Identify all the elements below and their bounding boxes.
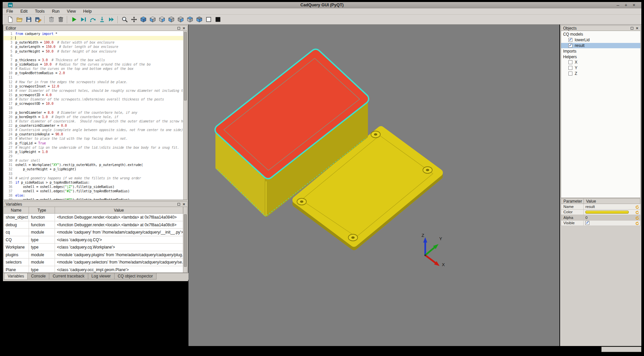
open-file-icon	[16, 16, 23, 23]
step-over-button[interactable]	[88, 15, 97, 24]
variables-scrollbar[interactable]	[183, 207, 187, 272]
tab-cq-object-inspector[interactable]: CQ object inspector	[114, 273, 157, 279]
tree-group-cq-models[interactable]: CQ models	[561, 32, 640, 37]
line-content: p_outerLength = 150.0 # Outer length of …	[15, 45, 118, 49]
reset-name-button[interactable]	[635, 205, 639, 209]
run-script-button[interactable]	[69, 15, 79, 24]
line-content: p_lipHeight = 1.0	[15, 150, 48, 154]
screw-boss-bottom[interactable]	[348, 234, 358, 241]
checkbox-result[interactable]	[568, 44, 572, 48]
view-front-button[interactable]	[148, 15, 157, 24]
table-row[interactable]: debugfunction<function Debugger.render.<…	[4, 221, 183, 229]
objects-float-button[interactable]	[631, 27, 633, 30]
screw-boss-top[interactable]	[371, 131, 380, 138]
variables-close-button[interactable]: ×	[182, 202, 185, 206]
tab-console[interactable]: Console	[27, 273, 49, 279]
property-name: Name	[561, 204, 584, 209]
table-row[interactable]: cqmodule<module 'cadquery' from '/home/a…	[4, 229, 183, 236]
reset-color-button[interactable]	[635, 210, 639, 214]
screw-boss-left[interactable]	[297, 198, 306, 205]
viewport-canvas[interactable]: Z Y X	[188, 25, 559, 346]
table-row[interactable]: CQtype<class 'cadquery.cq.CQ'>	[4, 236, 183, 244]
tree-item-lowerlid[interactable]: lowerLid	[561, 37, 640, 43]
title-bar[interactable]: cq CadQuery GUI (PyQT) – + ×	[3, 2, 641, 8]
column-header-value[interactable]: Value	[55, 207, 183, 213]
props-column-parameter[interactable]: Parameter	[561, 199, 584, 204]
view-wireframe-button[interactable]	[204, 15, 213, 24]
reset-alpha-button[interactable]	[635, 216, 639, 220]
variables-float-button[interactable]	[177, 203, 180, 206]
line-number: 20	[4, 115, 12, 119]
menu-item-run[interactable]: Run	[48, 8, 63, 14]
column-header-type[interactable]: Type	[29, 207, 55, 213]
checkbox-lowerlid[interactable]	[568, 38, 572, 42]
menu-item-tools[interactable]: Tools	[31, 8, 48, 14]
clear-button[interactable]	[47, 15, 56, 24]
minimize-button[interactable]: –	[617, 3, 619, 7]
view-right-button[interactable]	[176, 15, 185, 24]
tab-current-traceback[interactable]: Current traceback	[49, 273, 88, 279]
editor-scrollbar[interactable]	[183, 31, 187, 200]
table-row[interactable]: Planetype<class 'cadquery.occ_impl.geom.…	[4, 266, 183, 273]
tree-item-z[interactable]: Z	[561, 71, 640, 77]
axis-gizmo: Z Y X	[422, 233, 445, 267]
visible-checkbox[interactable]	[585, 221, 589, 225]
line-number: 18	[4, 106, 12, 110]
editor-close-button[interactable]: ×	[182, 26, 185, 30]
close-button[interactable]: ×	[633, 3, 635, 7]
save-as-button[interactable]	[33, 15, 43, 24]
continue-button[interactable]	[107, 15, 116, 24]
line-number: 31	[4, 163, 12, 167]
step-into-button[interactable]	[97, 15, 107, 24]
view-shaded-button[interactable]	[213, 15, 222, 24]
tree-item-result[interactable]: result	[561, 43, 640, 49]
view-left-button[interactable]	[166, 15, 176, 24]
delete-button[interactable]	[56, 15, 65, 24]
checkbox-y[interactable]	[568, 66, 572, 70]
debug-script-button[interactable]	[79, 15, 88, 24]
menu-item-edit[interactable]: Edit	[17, 8, 31, 14]
viewport-3d[interactable]: Z Y X	[188, 25, 559, 346]
checkbox-z[interactable]	[568, 72, 572, 76]
variables-scrollbar-thumb[interactable]	[184, 214, 187, 267]
tree-group-helpers[interactable]: Helpers	[561, 54, 640, 60]
tab-variables[interactable]: Variables	[4, 273, 28, 280]
save-button[interactable]	[24, 15, 33, 24]
new-file-button[interactable]	[5, 15, 15, 24]
objects-close-button[interactable]: ×	[636, 26, 638, 30]
view-iso-button[interactable]	[139, 15, 148, 24]
tree-item-x[interactable]: X	[561, 60, 640, 65]
view-top-button[interactable]	[185, 15, 194, 24]
table-row[interactable]: pluginsmodule<module 'cadquery.plugins' …	[4, 251, 183, 259]
view-bottom-button[interactable]	[194, 15, 204, 24]
line-number: 22	[4, 123, 12, 128]
variables-panel-title: Variables	[6, 202, 22, 207]
table-row[interactable]: show_objectfunction<function Debugger.re…	[4, 214, 183, 221]
code-area[interactable]: 1from cadquery import *23p_outerWidth = …	[4, 32, 183, 200]
menu-item-help[interactable]: Help	[80, 8, 96, 14]
tree-item-y[interactable]: Y	[561, 65, 640, 71]
color-swatch[interactable]	[585, 211, 629, 214]
tree-group-imports[interactable]: Imports	[561, 48, 640, 54]
zoom-button[interactable]	[120, 15, 129, 24]
props-column-value[interactable]: Value	[584, 199, 640, 204]
line-number: 21	[4, 119, 12, 123]
reset-visible-button[interactable]	[635, 221, 639, 225]
maximize-button[interactable]: +	[625, 3, 627, 7]
screw-boss-right[interactable]	[423, 167, 432, 173]
fit-view-button[interactable]	[129, 15, 139, 24]
tab-log-viewer[interactable]: Log viewer	[88, 273, 115, 279]
code-editor[interactable]: 1from cadquery import *23p_outerWidth = …	[3, 31, 187, 200]
table-row[interactable]: selectorsmodule<module 'cadquery.selecto…	[4, 259, 183, 266]
editor-scrollbar-thumb[interactable]	[184, 32, 187, 100]
code-line-15: 15p_screwpostID = 4.0	[4, 93, 183, 97]
code-line-6: 6	[4, 54, 183, 58]
table-row[interactable]: Workplanetype<class 'cadquery.cq.Workpla…	[4, 244, 183, 251]
checkbox-x[interactable]	[568, 60, 572, 64]
menu-item-view[interactable]: View	[63, 8, 80, 14]
open-file-button[interactable]	[15, 15, 24, 24]
view-back-button[interactable]	[157, 15, 166, 24]
column-header-name[interactable]: Name	[4, 207, 29, 213]
menu-item-file[interactable]: File	[3, 8, 17, 14]
editor-float-button[interactable]	[177, 27, 180, 30]
